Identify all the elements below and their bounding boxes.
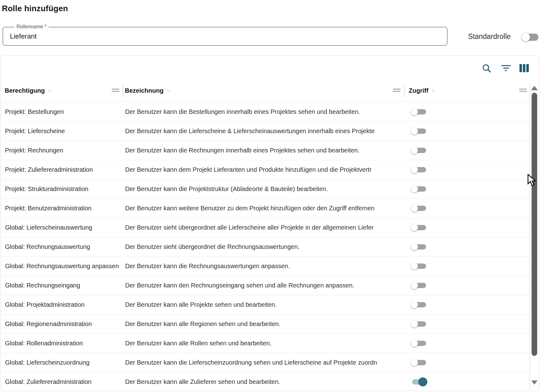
table-row: Projekt: Rechnungen Der Benutzer kann di… (1, 141, 529, 160)
columns-icon[interactable] (519, 64, 529, 74)
column-divider (404, 85, 405, 97)
access-toggle[interactable] (411, 107, 427, 116)
toggle-thumb (418, 377, 427, 386)
scrollbar-up-arrow[interactable] (531, 86, 538, 90)
scrollbar-thumb[interactable] (532, 93, 537, 356)
access-toggle[interactable] (411, 204, 427, 212)
permission-name: Global: Rechnungsauswertung (5, 237, 124, 256)
toggle-thumb (522, 33, 530, 41)
rolename-field: Rollenname * (2, 27, 448, 46)
access-toggle[interactable] (411, 165, 427, 174)
permission-description: Der Benutzer kann alle Regionen sehen un… (125, 315, 403, 334)
table-row: Projekt: Bestellungen Der Benutzer kann … (1, 102, 529, 122)
permission-description: Der Benutzer sieht übergeordnet die Rech… (125, 237, 403, 256)
toggle-thumb (411, 224, 418, 231)
toggle-thumb (411, 108, 418, 115)
permission-description: Der Benutzer kann dem Projekt Lieferante… (125, 160, 403, 179)
access-toggle[interactable] (411, 223, 427, 232)
toggle-thumb (411, 320, 418, 328)
column-divider (123, 85, 123, 97)
column-resize-handle[interactable] (393, 89, 401, 93)
standard-role-label: Standardrolle (468, 32, 511, 41)
access-toggle[interactable] (411, 184, 427, 193)
column-label: Bezeichnung (125, 87, 163, 94)
toggle-thumb (411, 166, 418, 173)
toggle-thumb (411, 301, 418, 308)
permission-name: Global: Zuliefereradministration (5, 372, 124, 391)
permission-description: Der Benutzer kann den Rechnungseingang s… (125, 276, 403, 295)
permission-name: Projekt: Lieferscheine (5, 122, 124, 141)
toggle-thumb (411, 359, 418, 366)
filter-icon[interactable] (501, 64, 511, 74)
column-resize-handle[interactable] (112, 89, 120, 93)
table-row: Projekt: Benutzeradministration Der Benu… (1, 199, 529, 218)
column-header-zugriff[interactable]: Zugriff ↑↓ (409, 86, 435, 95)
permission-description: Der Benutzer kann alle Zulieferer sehen … (125, 372, 403, 391)
access-toggle[interactable] (411, 262, 427, 270)
search-icon[interactable] (481, 63, 492, 75)
permission-description: Der Benutzer kann die Lieferscheinzuordn… (125, 353, 403, 372)
toggle-thumb (411, 243, 418, 250)
sort-arrows-icon[interactable]: ↑↓ (48, 88, 52, 93)
permission-description: Der Benutzer kann alle Rollen sehen und … (125, 334, 403, 353)
table-row: Global: Rechnungsauswertung anpassen Der… (1, 257, 529, 276)
permission-description: Der Benutzer sieht übergeordnet alle Lie… (125, 218, 403, 237)
access-toggle[interactable] (411, 320, 427, 328)
table-row: Global: Zuliefereradministration Der Ben… (1, 372, 529, 391)
table-row: Global: Rechnungseingang Der Benutzer ka… (1, 276, 529, 295)
column-header-berechtigung[interactable]: Berechtigung ↑↓ (5, 86, 52, 95)
table-row: Global: Regionenadministration Der Benut… (1, 315, 529, 334)
permission-description: Der Benutzer kann alle Projekte sehen un… (125, 295, 403, 314)
permission-description: Der Benutzer kann die Projektstruktur (A… (125, 180, 403, 198)
permission-name: Projekt: Benutzeradministration (5, 199, 124, 218)
table-row: Global: Rollenadministration Der Benutze… (1, 334, 529, 353)
table-row: Global: Rechnungsauswertung Der Benutzer… (1, 237, 529, 257)
permission-name: Global: Rechnungseingang (5, 276, 124, 295)
permission-name: Global: Regionenadministration (5, 315, 124, 334)
toggle-thumb (411, 185, 418, 193)
access-toggle[interactable] (411, 242, 427, 251)
table-row: Global: Lieferscheinzuordnung Der Benutz… (1, 353, 529, 372)
toggle-thumb (411, 128, 418, 135)
access-toggle[interactable] (411, 300, 427, 309)
access-toggle[interactable] (411, 339, 427, 348)
access-toggle[interactable] (411, 127, 427, 135)
sort-arrows-icon[interactable]: ↑↓ (166, 88, 170, 93)
standard-role-toggle[interactable] (522, 33, 538, 41)
rolename-input[interactable] (3, 27, 436, 45)
permission-name: Global: Lieferscheinzuordnung (5, 353, 124, 372)
column-label: Berechtigung (5, 87, 45, 94)
toggle-thumb (411, 147, 418, 154)
column-resize-handle[interactable] (519, 89, 527, 93)
sort-arrows-icon[interactable]: ↑↓ (431, 88, 435, 93)
permission-name: Global: Lieferscheinauswertung (5, 218, 124, 237)
table-row: Projekt: Lieferscheine Der Benutzer kann… (1, 122, 529, 141)
table-row: Global: Projektadministration Der Benutz… (1, 295, 529, 315)
permission-name: Global: Rechnungsauswertung anpassen (5, 257, 124, 276)
add-role-page: Rolle hinzufügen Rollenname * Standardro… (0, 0, 540, 392)
table-row: Projekt: Strukturadministration Der Benu… (1, 180, 529, 199)
permission-description: Der Benutzer kann weitere Benutzer zu de… (125, 199, 403, 218)
scrollbar-divider (529, 83, 530, 389)
permission-description: Der Benutzer kann die Rechnungsauswertun… (125, 257, 403, 276)
access-toggle[interactable] (411, 358, 427, 367)
access-toggle[interactable] (411, 377, 427, 386)
permissions-table-panel: Berechtigung ↑↓ Bezeichnung ↑↓ Zugriff ↑… (1, 55, 539, 391)
column-label: Zugriff (409, 87, 428, 94)
column-header-bezeichnung[interactable]: Bezeichnung ↑↓ (125, 86, 170, 95)
table-row: Projekt: Zuliefereradministration Der Be… (1, 160, 529, 180)
access-toggle[interactable] (411, 281, 427, 290)
toggle-thumb (411, 282, 418, 289)
toggle-thumb (411, 263, 418, 270)
scrollbar-down-arrow[interactable] (531, 380, 538, 385)
permission-name: Projekt: Rechnungen (5, 141, 124, 160)
permission-description: Der Benutzer kann die Rechnungen innerha… (125, 141, 403, 160)
access-toggle[interactable] (411, 146, 427, 155)
table-body: Projekt: Bestellungen Der Benutzer kann … (1, 102, 529, 391)
page-title: Rolle hinzufügen (2, 4, 68, 13)
permission-name: Projekt: Strukturadministration (5, 180, 124, 198)
permission-name: Global: Projektadministration (5, 295, 124, 314)
permission-name: Projekt: Zuliefereradministration (5, 160, 124, 179)
table-row: Global: Lieferscheinauswertung Der Benut… (1, 218, 529, 237)
permission-name: Global: Rollenadministration (5, 334, 124, 353)
